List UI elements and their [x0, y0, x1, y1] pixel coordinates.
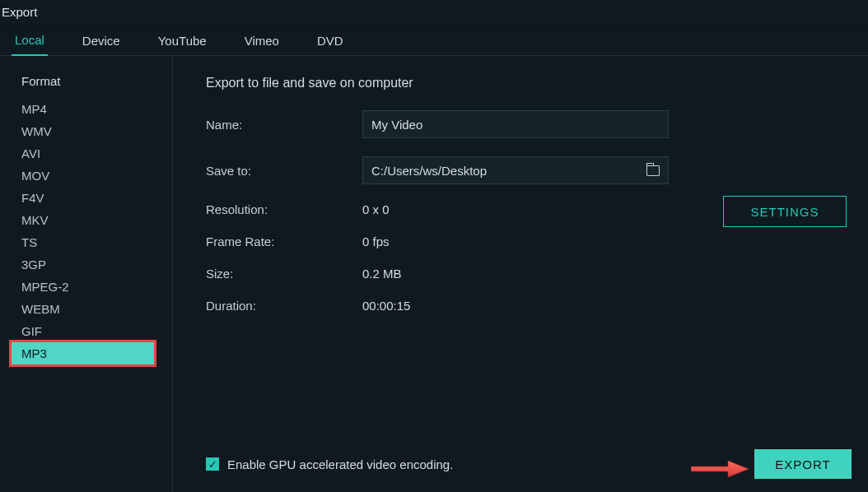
row-size: Size: 0.2 MB	[206, 267, 835, 281]
saveto-label: Save to:	[206, 164, 362, 178]
export-button[interactable]: EXPORT	[754, 449, 852, 479]
size-value: 0.2 MB	[362, 267, 402, 281]
window-titlebar: Export	[0, 0, 868, 25]
format-item-ts[interactable]: TS	[0, 231, 172, 253]
tab-local[interactable]: Local	[12, 26, 48, 56]
format-item-mp4[interactable]: MP4	[0, 98, 172, 120]
window-title: Export	[2, 5, 37, 19]
format-item-webm[interactable]: WEBM	[0, 298, 172, 320]
folder-icon[interactable]	[646, 165, 660, 176]
format-item-mp3[interactable]: MP3	[12, 342, 154, 364]
tab-youtube[interactable]: YouTube	[155, 27, 210, 55]
gpu-checkbox[interactable]: ✓	[206, 457, 219, 471]
tab-device[interactable]: Device	[79, 27, 124, 55]
panel-heading: Export to file and save on computer	[206, 76, 835, 91]
row-name: Name:	[206, 110, 835, 138]
export-main-panel: Export to file and save on computer Name…	[173, 56, 868, 492]
export-tabs: Local Device YouTube Vimeo DVD	[0, 25, 868, 56]
size-label: Size:	[206, 267, 362, 281]
format-list: MP4 WMV AVI MOV F4V MKV TS 3GP MPEG-2 WE…	[0, 98, 172, 364]
row-duration: Duration: 00:00:15	[206, 299, 835, 313]
format-item-mpeg2[interactable]: MPEG-2	[0, 276, 172, 298]
saveto-value: C:/Users/ws/Desktop	[371, 164, 487, 178]
duration-value: 00:00:15	[362, 299, 410, 313]
format-item-gif[interactable]: GIF	[0, 320, 172, 342]
tab-dvd[interactable]: DVD	[314, 27, 347, 55]
gpu-checkbox-wrap[interactable]: ✓ Enable GPU accelerated video encoding.	[206, 457, 453, 471]
format-item-mov[interactable]: MOV	[0, 165, 172, 187]
format-item-3gp[interactable]: 3GP	[0, 253, 172, 276]
saveto-field[interactable]: C:/Users/ws/Desktop	[362, 156, 669, 184]
format-heading: Format	[21, 74, 172, 88]
settings-button[interactable]: SETTINGS	[723, 196, 847, 227]
format-item-mkv[interactable]: MKV	[0, 209, 172, 231]
footer: ✓ Enable GPU accelerated video encoding.…	[206, 449, 852, 479]
duration-label: Duration:	[206, 299, 362, 313]
resolution-label: Resolution:	[206, 202, 362, 216]
format-item-f4v[interactable]: F4V	[0, 187, 172, 209]
format-sidebar: Format MP4 WMV AVI MOV F4V MKV TS 3GP MP…	[0, 56, 173, 492]
row-saveto: Save to: C:/Users/ws/Desktop	[206, 156, 835, 184]
tab-vimeo[interactable]: Vimeo	[241, 27, 282, 55]
name-input-wrap[interactable]	[362, 110, 669, 138]
framerate-value: 0 fps	[362, 234, 390, 248]
format-item-wmv[interactable]: WMV	[0, 120, 172, 142]
resolution-value: 0 x 0	[362, 202, 390, 216]
format-item-avi[interactable]: AVI	[0, 142, 172, 165]
framerate-label: Frame Rate:	[206, 234, 362, 248]
name-label: Name:	[206, 118, 362, 132]
gpu-label: Enable GPU accelerated video encoding.	[227, 457, 453, 471]
name-input[interactable]	[371, 118, 660, 132]
row-framerate: Frame Rate: 0 fps	[206, 234, 835, 248]
